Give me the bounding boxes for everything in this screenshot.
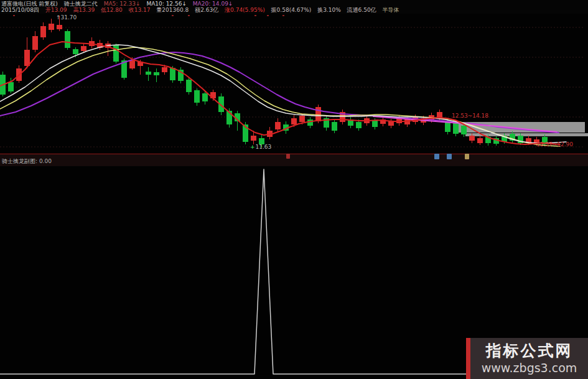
info-bar-row2: 2015/10/08四 开13.09 高13.39 低12.80 收13.17 … xyxy=(1,7,404,13)
float-shares-value: 流通6.50亿 xyxy=(347,7,376,13)
lowest-price-text: 11.63 xyxy=(256,144,272,150)
open-value: 开13.09 xyxy=(45,7,67,13)
close-value: 收13.17 xyxy=(129,7,151,13)
event-marker-announcement-1[interactable] xyxy=(434,154,439,159)
stock-app-window: 通富微电(日线 前复权) 骑士擒龙二代 MA5: 12.33↓ MA10: 12… xyxy=(0,0,588,379)
ma5-value: MA5: 12.33↓ xyxy=(104,1,141,7)
sub-indicator-title[interactable]: 骑士擒龙副图: 0.00 xyxy=(2,157,52,166)
sub-indicator-header-strip xyxy=(0,154,588,166)
low-point-marker-icon: + xyxy=(250,144,255,150)
main-indicator-name[interactable]: 骑士擒龙二代 xyxy=(64,1,98,7)
watermark-red-bar xyxy=(466,338,470,379)
amplitude-value: 振0.58(4.67%) xyxy=(271,7,312,13)
candlestick-chart-canvas[interactable] xyxy=(0,0,588,379)
ma10-value: MA10: 12.56↓ xyxy=(146,1,187,7)
event-marker-signal[interactable] xyxy=(286,154,290,159)
date-value: 2015/10/08四 xyxy=(1,7,39,13)
low-value: 低12.80 xyxy=(101,7,123,13)
watermark-panel: 指标公式网 www.zbgs3.com xyxy=(470,338,588,379)
price-zone-label-bottom: 12.57~12.90 xyxy=(536,141,573,147)
turnover-value: 换3.10% xyxy=(317,7,341,13)
event-marker-announcement-2[interactable] xyxy=(447,154,452,159)
price-zone-label-top: 12.53~14.18 xyxy=(452,113,488,119)
stock-title: 通富微电(日线 前复权) xyxy=(1,1,58,7)
highest-price-annotation: ↑31.70 xyxy=(56,14,77,21)
ma20-value: MA20: 14.09↓ xyxy=(193,1,233,7)
watermark-site-name: 指标公式网 xyxy=(486,342,573,360)
lowest-price-annotation: +11.63 xyxy=(250,144,271,150)
watermark: 指标公式网 www.zbgs3.com xyxy=(466,338,588,379)
volume-value: 量201360.8 xyxy=(156,7,189,13)
info-bar-row1: 通富微电(日线 前复权) 骑士擒龙二代 MA5: 12.33↓ MA10: 12… xyxy=(1,1,237,7)
high-value: 高13.39 xyxy=(73,7,95,13)
change-value: 涨0.74(5.95%) xyxy=(225,7,265,13)
info-bar: 通富微电(日线 前复权) 骑士擒龙二代 MA5: 12.33↓ MA10: 12… xyxy=(0,0,588,14)
sector-tag[interactable]: 半导体 xyxy=(383,7,399,13)
watermark-site-url: www.zbgs3.com xyxy=(482,360,577,375)
event-marker-announcement-3[interactable] xyxy=(465,154,469,159)
amount-value: 额2.63亿 xyxy=(195,7,218,13)
